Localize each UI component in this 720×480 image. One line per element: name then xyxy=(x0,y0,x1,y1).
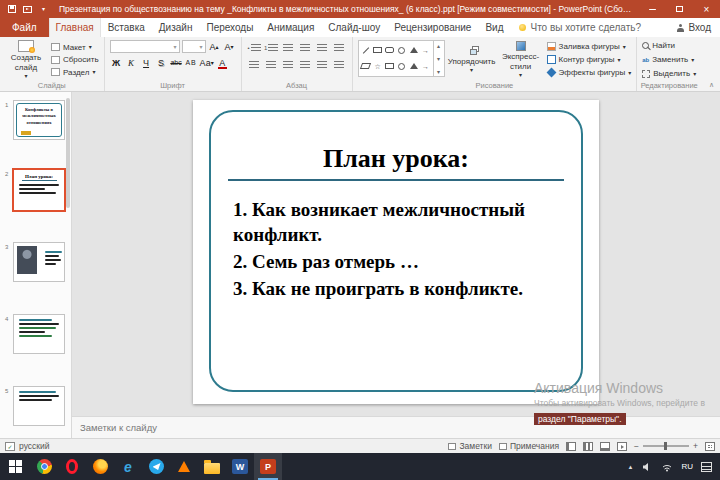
spellcheck-icon[interactable]: ✓ xyxy=(5,442,15,451)
zoom-out-button[interactable]: − xyxy=(634,441,639,451)
increase-font-button[interactable]: А▴ xyxy=(208,40,221,53)
thumbnail-slide-2[interactable]: 2 План урока: xyxy=(12,168,66,212)
sign-in-button[interactable]: Вход xyxy=(667,18,720,37)
start-button[interactable] xyxy=(0,453,30,480)
fit-slide-button[interactable] xyxy=(705,442,715,451)
reading-view-button[interactable] xyxy=(600,442,610,451)
shapes-gallery[interactable]: → ☆ → xyxy=(358,40,434,77)
increase-indent-button[interactable] xyxy=(298,41,313,54)
chevron-down-icon: ▾ xyxy=(693,71,696,77)
taskbar-telegram[interactable] xyxy=(142,453,170,480)
select-icon xyxy=(642,70,650,78)
normal-view-button[interactable] xyxy=(566,442,576,451)
text-direction-button[interactable] xyxy=(332,41,347,54)
slide-sorter-button[interactable] xyxy=(583,442,593,451)
find-button[interactable]: Найти xyxy=(642,40,696,51)
new-slide-button[interactable]: Создать слайд ▾ xyxy=(5,40,47,79)
collapse-ribbon-button[interactable]: ∧ xyxy=(709,81,714,89)
tab-transitions[interactable]: Переходы xyxy=(199,18,260,37)
chevron-down-icon: ▾ xyxy=(623,44,626,50)
columns-button[interactable] xyxy=(315,58,330,71)
line-spacing-button[interactable] xyxy=(315,41,330,54)
change-case-button[interactable]: Аа▾ xyxy=(200,56,214,69)
tab-animations[interactable]: Анимация xyxy=(260,18,321,37)
shapes-gallery-scroll[interactable]: ▴ ▾ ▾ xyxy=(434,40,445,77)
decrease-font-button[interactable]: А▾ xyxy=(223,40,236,53)
tab-insert[interactable]: Вставка xyxy=(101,18,152,37)
quick-styles-button[interactable]: Экспресс-стили ▾ xyxy=(499,40,543,79)
slideshow-view-button[interactable] xyxy=(617,442,627,451)
strikethrough-button[interactable]: abc xyxy=(170,56,183,69)
font-name-combobox[interactable]: ▾ xyxy=(110,40,180,53)
tray-language-indicator[interactable]: RU xyxy=(681,462,693,471)
align-right-button[interactable] xyxy=(281,58,296,71)
tellme-search[interactable]: Что вы хотите сделать? xyxy=(510,18,650,37)
bold-button[interactable]: Ж xyxy=(110,56,123,69)
taskbar-vlc[interactable] xyxy=(170,453,198,480)
shape-outline-button[interactable]: Контур фигуры ▾ xyxy=(547,54,632,65)
thumbnail-slide-3[interactable]: 3 xyxy=(13,242,65,282)
action-center-icon[interactable] xyxy=(701,462,712,472)
taskbar-powerpoint[interactable]: P xyxy=(254,453,282,480)
shape-effects-button[interactable]: Эффекты фигуры ▾ xyxy=(547,67,632,78)
rounded-rectangle-shape-icon xyxy=(385,47,394,53)
qat-customize-button[interactable]: ▾ xyxy=(38,4,49,15)
numbering-button[interactable]: 1 xyxy=(264,41,279,54)
thumbnail-slide-1[interactable]: 1 Конфликты в межличностных отношениях xyxy=(13,100,65,140)
font-size-combobox[interactable]: ▾ xyxy=(182,40,206,53)
thumbnail-slide-4[interactable]: 4 xyxy=(13,314,65,354)
section-button[interactable]: Раздел ▾ xyxy=(51,66,99,78)
maximize-button[interactable] xyxy=(666,0,693,18)
shape-fill-button[interactable]: Заливка фигуры ▾ xyxy=(547,41,632,52)
tab-file[interactable]: Файл xyxy=(0,18,49,37)
taskbar-chrome[interactable] xyxy=(30,453,58,480)
reset-button[interactable]: Сбросить xyxy=(51,54,99,66)
align-left-button[interactable] xyxy=(247,58,262,71)
zoom-slider-thumb[interactable] xyxy=(664,442,667,450)
save-button[interactable] xyxy=(6,4,17,15)
wifi-icon[interactable] xyxy=(661,461,673,473)
shape-effects-icon xyxy=(546,68,556,78)
language-indicator[interactable]: русский xyxy=(19,441,50,451)
text-shadow-button[interactable]: S xyxy=(155,56,168,69)
layout-button[interactable]: Макет ▾ xyxy=(51,41,99,53)
tab-slideshow[interactable]: Слайд-шоу xyxy=(321,18,387,37)
character-spacing-button[interactable]: АВ xyxy=(185,56,198,69)
select-button[interactable]: Выделить ▾ xyxy=(642,68,696,79)
notes-toggle-button[interactable]: Заметки xyxy=(448,441,492,451)
tab-home[interactable]: Главная xyxy=(49,18,101,37)
thumbnail-scrollbar[interactable] xyxy=(66,98,70,208)
replace-button[interactable]: ab Заменить ▾ xyxy=(642,54,696,65)
smartart-button[interactable] xyxy=(332,58,347,71)
speaker-icon[interactable] xyxy=(641,461,653,473)
taskbar-word[interactable]: W xyxy=(226,453,254,480)
comments-toggle-button[interactable]: Примечания xyxy=(499,441,559,451)
text-line-placeholder xyxy=(19,192,56,194)
zoom-in-button[interactable]: + xyxy=(693,441,698,451)
minimize-button[interactable] xyxy=(639,0,666,18)
taskbar-opera[interactable] xyxy=(58,453,86,480)
taskbar-explorer[interactable] xyxy=(198,453,226,480)
slide-body[interactable]: 1. Как возникает межличностный конфликт.… xyxy=(233,197,569,301)
bullets-button[interactable]: • xyxy=(247,41,262,54)
taskbar-firefox[interactable] xyxy=(86,453,114,480)
arrange-button[interactable]: Упорядочить ▾ xyxy=(449,40,495,79)
decrease-indent-button[interactable] xyxy=(281,41,296,54)
align-center-icon xyxy=(266,61,276,69)
slide-title[interactable]: План урока: xyxy=(193,144,599,174)
current-slide[interactable]: План урока: 1. Как возникает межличностн… xyxy=(193,100,599,404)
taskbar-edge[interactable]: e xyxy=(114,453,142,480)
align-center-button[interactable] xyxy=(264,58,279,71)
zoom-slider[interactable] xyxy=(643,445,689,447)
thumbnail-slide-5[interactable]: 5 xyxy=(13,386,65,426)
justify-button[interactable] xyxy=(298,58,313,71)
font-color-button[interactable]: А xyxy=(216,56,229,69)
italic-button[interactable]: К xyxy=(125,56,138,69)
tab-review[interactable]: Рецензирование xyxy=(387,18,478,37)
close-button[interactable]: × xyxy=(693,0,720,18)
tab-view[interactable]: Вид xyxy=(478,18,510,37)
start-slideshow-button[interactable] xyxy=(22,4,33,15)
underline-button[interactable]: Ч xyxy=(140,56,153,69)
tab-design[interactable]: Дизайн xyxy=(152,18,200,37)
tray-expand-button[interactable]: ▲ xyxy=(627,464,633,470)
